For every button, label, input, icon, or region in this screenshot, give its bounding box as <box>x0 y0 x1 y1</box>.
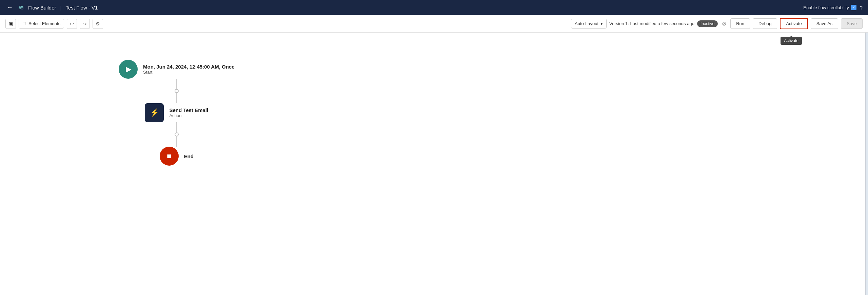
save-as-label: Save As <box>816 21 833 26</box>
connector-line-2b <box>176 136 177 147</box>
toolbar: ▣ ☐ Select Elements ↩ ↪ ⚙ Auto-Layout ▾ … <box>0 15 868 33</box>
flow-name: Test Flow - V1 <box>65 5 98 11</box>
redo-icon: ↪ <box>83 21 87 26</box>
select-elements-icon: ☐ <box>22 21 26 26</box>
end-node-title: End <box>184 153 194 159</box>
sidebar-toggle-icon: ▣ <box>8 21 13 26</box>
save-button[interactable]: Save <box>841 18 863 29</box>
cancel-icon: ⊘ <box>722 21 726 26</box>
action-node[interactable]: ⚡ Send Test Email Action <box>145 103 208 122</box>
end-node-icon: ■ <box>160 147 179 166</box>
action-node-title: Send Test Email <box>169 107 208 113</box>
undo-icon: ↩ <box>70 21 74 26</box>
end-node-label: End <box>184 153 194 159</box>
start-node[interactable]: ▶ Mon, Jun 24, 2024, 12:45:00 AM, Once S… <box>119 60 235 79</box>
play-icon: ▶ <box>126 65 132 74</box>
select-elements-button[interactable]: ☐ Select Elements <box>19 19 64 29</box>
connector-line-2 <box>176 122 177 132</box>
bolt-icon: ⚡ <box>150 108 159 117</box>
version-info: Version 1: Last modified a few seconds a… <box>609 21 694 26</box>
back-button[interactable]: ← <box>5 3 14 13</box>
settings-button[interactable]: ⚙ <box>93 19 103 29</box>
back-icon: ← <box>7 4 13 11</box>
connector-dot-1 <box>175 89 179 93</box>
enable-scrollability: Enable flow scrollability ✓ <box>803 5 856 10</box>
sidebar-toggle-button[interactable]: ▣ <box>5 19 16 29</box>
enable-scrollability-label: Enable flow scrollability <box>803 5 849 10</box>
flow-canvas[interactable]: ▶ Mon, Jun 24, 2024, 12:45:00 AM, Once S… <box>0 33 868 295</box>
connector-dot-2 <box>175 132 179 136</box>
connector-2 <box>167 122 186 147</box>
inactive-badge: Inactive <box>697 20 718 27</box>
action-node-label: Send Test Email Action <box>169 107 208 118</box>
select-elements-label: Select Elements <box>28 21 60 26</box>
settings-icon: ⚙ <box>96 21 100 26</box>
nav-right: Enable flow scrollability ✓ ? <box>803 5 863 11</box>
undo-button[interactable]: ↩ <box>67 19 77 29</box>
dropdown-icon: ▾ <box>600 21 603 26</box>
right-panel-hint <box>865 33 868 295</box>
stop-icon: ■ <box>167 152 171 161</box>
connector-line-1b <box>176 93 177 103</box>
action-node-icon: ⚡ <box>145 103 164 122</box>
save-as-button[interactable]: Save As <box>811 18 839 29</box>
scrollability-checkbox[interactable]: ✓ <box>851 5 856 10</box>
activate-button[interactable]: Activate <box>780 18 808 29</box>
nav-separator: | <box>60 5 62 11</box>
top-nav: ← ≋ Flow Builder | Test Flow - V1 Enable… <box>0 0 868 15</box>
connector-1 <box>167 79 186 103</box>
debug-button[interactable]: Debug <box>753 18 777 29</box>
help-button[interactable]: ? <box>860 5 863 11</box>
connector-line-1 <box>176 79 177 89</box>
tooltip-text: Activate <box>784 38 798 43</box>
run-button[interactable]: Run <box>730 18 750 29</box>
start-node-label: Mon, Jun 24, 2024, 12:45:00 AM, Once Sta… <box>143 64 235 75</box>
action-node-type: Action <box>169 113 208 118</box>
auto-layout-select[interactable]: Auto-Layout ▾ <box>571 19 607 29</box>
save-label: Save <box>847 21 857 26</box>
cancel-button[interactable]: ⊘ <box>721 20 728 27</box>
flow-container: ▶ Mon, Jun 24, 2024, 12:45:00 AM, Once S… <box>119 60 235 166</box>
activate-tooltip: Activate <box>781 37 802 45</box>
start-node-icon: ▶ <box>119 60 138 79</box>
app-icon: ≋ <box>18 3 24 12</box>
end-node[interactable]: ■ End <box>160 147 194 166</box>
start-node-datetime: Mon, Jun 24, 2024, 12:45:00 AM, Once <box>143 64 235 70</box>
app-title: Flow Builder <box>28 5 56 11</box>
run-label: Run <box>736 21 744 26</box>
redo-button[interactable]: ↪ <box>80 19 90 29</box>
start-node-type: Start <box>143 70 235 75</box>
auto-layout-label: Auto-Layout <box>575 21 598 26</box>
debug-label: Debug <box>758 21 771 26</box>
activate-label: Activate <box>786 21 802 26</box>
